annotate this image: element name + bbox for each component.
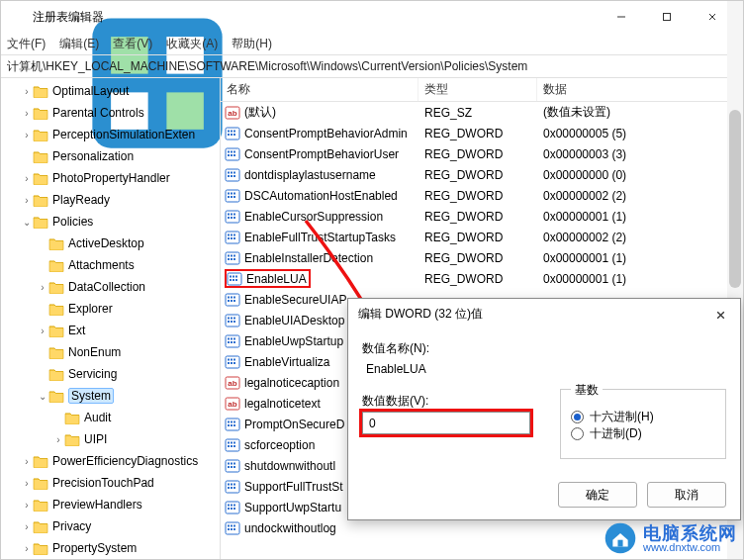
tree-item[interactable]: ›PreviewHandlers (1, 494, 220, 515)
radio-hex-dot (571, 411, 584, 423)
menu-item[interactable]: 收藏夹(A) (166, 36, 218, 52)
value-row[interactable]: DSCAutomationHostEnabledREG_DWORD0x00000… (221, 185, 743, 206)
tree-label: PlayReady (52, 193, 110, 207)
value-data: 0x00000002 (2) (537, 231, 743, 244)
base-legend: 基数 (571, 382, 603, 399)
dialog-close-button[interactable] (708, 305, 732, 325)
dword-value-icon (225, 292, 240, 308)
data-label: 数值数据(V): (362, 393, 560, 410)
chevron-right-icon[interactable]: › (21, 173, 33, 184)
tree-label: Policies (52, 215, 93, 229)
menu-item[interactable]: 帮助(H) (232, 36, 272, 52)
tree-item[interactable]: ›DataCollection (1, 276, 220, 298)
chevron-right-icon[interactable]: › (21, 130, 33, 140)
ok-button[interactable]: 确定 (558, 482, 637, 508)
tree-item[interactable]: ·ActiveDesktop (1, 233, 220, 254)
value-row[interactable]: EnableCursorSuppressionREG_DWORD0x000000… (221, 206, 743, 227)
chevron-right-icon[interactable]: › (52, 434, 64, 445)
value-data: 0x00000000 (0) (537, 168, 743, 182)
tree-item[interactable]: ›Privacy (1, 515, 220, 537)
value-name: EnableVirtualiza (244, 355, 330, 369)
tree-label: UIPI (84, 432, 107, 446)
chevron-right-icon[interactable]: › (37, 326, 48, 336)
menu-item[interactable]: 编辑(E) (59, 36, 99, 52)
tree-item[interactable]: ›PhotoPropertyHandler (1, 167, 220, 189)
value-name: scforceoption (244, 438, 315, 452)
tree-item[interactable]: ·Explorer (1, 298, 220, 320)
tree-item[interactable]: ›PrecisionTouchPad (1, 472, 220, 494)
chevron-down-icon[interactable]: ⌄ (37, 391, 48, 402)
value-row[interactable]: undockwithoutlog (221, 517, 743, 538)
chevron-down-icon[interactable]: ⌄ (21, 217, 33, 228)
tree-item[interactable]: ·Servicing (1, 363, 220, 385)
value-row[interactable]: EnableInstallerDetectionREG_DWORD0x00000… (221, 247, 743, 268)
tree-item[interactable]: ›PlayReady (1, 189, 220, 211)
maximize-button[interactable] (644, 1, 690, 33)
dword-value-icon (227, 271, 242, 287)
value-name: EnableUIADesktop (244, 314, 344, 327)
tree-item[interactable]: ›PerceptionSimulationExten (1, 124, 220, 145)
menu-item[interactable]: 查看(V) (113, 36, 152, 52)
chevron-right-icon[interactable]: › (21, 478, 33, 489)
tree-label: PreviewHandlers (52, 498, 142, 512)
tree-item[interactable]: ›PropertySystem (1, 537, 220, 559)
chevron-right-icon[interactable]: › (21, 195, 33, 206)
tree-item[interactable]: ›OptimalLayout (1, 80, 220, 102)
value-row[interactable]: EnableFullTrustStartupTasksREG_DWORD0x00… (221, 227, 743, 247)
value-name: EnableInstallerDetection (244, 251, 373, 265)
dword-value-icon (225, 354, 240, 370)
chevron-right-icon[interactable]: › (37, 282, 48, 293)
cancel-button[interactable]: 取消 (647, 482, 726, 508)
value-row[interactable]: (默认)REG_SZ(数值未设置) (221, 102, 743, 123)
chevron-right-icon[interactable]: › (21, 543, 33, 554)
folder-icon (48, 258, 64, 272)
chevron-right-icon: · (21, 151, 33, 162)
col-data[interactable]: 数据 (537, 78, 743, 101)
tree-item[interactable]: ·NonEnum (1, 341, 220, 363)
tree-pane[interactable]: ›OptimalLayout›Parental Controls›Percept… (1, 78, 221, 559)
folder-icon (33, 171, 48, 185)
tree-label: Servicing (68, 367, 117, 381)
radio-hex[interactable]: 十六进制(H) (571, 409, 715, 425)
tree-item[interactable]: ·Personalization (1, 145, 220, 167)
tree-item[interactable]: ›Ext (1, 320, 220, 341)
value-name: (默认) (244, 104, 276, 121)
registry-editor-window: 注册表编辑器 文件(F)编辑(E)查看(V)收藏夹(A)帮助(H) 计算机\HK… (0, 0, 744, 560)
minimize-button[interactable] (599, 1, 644, 33)
chevron-right-icon[interactable]: › (21, 521, 33, 532)
chevron-right-icon[interactable]: › (21, 456, 33, 467)
name-field[interactable] (362, 359, 600, 379)
col-type[interactable]: 类型 (418, 78, 537, 101)
data-field[interactable] (362, 412, 530, 434)
dword-value-icon (225, 230, 240, 245)
tree-item[interactable]: ›UIPI (1, 428, 220, 450)
chevron-right-icon: · (37, 304, 48, 315)
tree-item[interactable]: ·Attachments (1, 254, 220, 276)
chevron-right-icon[interactable]: › (21, 86, 33, 97)
menu-item[interactable]: 文件(F) (7, 36, 46, 52)
titlebar: 注册表编辑器 (1, 1, 743, 33)
value-row[interactable]: ConsentPromptBehaviorAdminREG_DWORD0x000… (221, 123, 743, 143)
value-type: REG_DWORD (418, 272, 537, 286)
value-name: ConsentPromptBehaviorUser (244, 147, 399, 161)
value-row[interactable]: EnableLUAREG_DWORD0x00000001 (1) (221, 268, 743, 289)
value-name: shutdownwithoutl (244, 459, 335, 473)
tree-item[interactable]: ⌄Policies (1, 211, 220, 233)
tree-item[interactable]: ›Parental Controls (1, 102, 220, 124)
value-name: legalnoticetext (244, 397, 321, 411)
tree-label: Privacy (52, 519, 91, 533)
chevron-right-icon: · (52, 413, 64, 423)
address-bar[interactable]: 计算机\HKEY_LOCAL_MACHINE\SOFTWARE\Microsof… (1, 54, 743, 78)
folder-icon (33, 498, 48, 512)
tree-label: Ext (68, 324, 85, 337)
chevron-right-icon[interactable]: › (21, 500, 33, 511)
value-name: EnableUwpStartup (244, 334, 343, 348)
tree-item[interactable]: ›PowerEfficiencyDiagnostics (1, 450, 220, 472)
tree-item[interactable]: ⌄System (1, 385, 220, 407)
value-row[interactable]: dontdisplaylastusernameREG_DWORD0x000000… (221, 164, 743, 185)
radio-dec[interactable]: 十进制(D) (571, 425, 715, 442)
value-row[interactable]: ConsentPromptBehaviorUserREG_DWORD0x0000… (221, 143, 743, 164)
chevron-right-icon[interactable]: › (21, 108, 33, 119)
tree-item[interactable]: ·Audit (1, 407, 220, 428)
col-name[interactable]: 名称 (221, 78, 418, 101)
